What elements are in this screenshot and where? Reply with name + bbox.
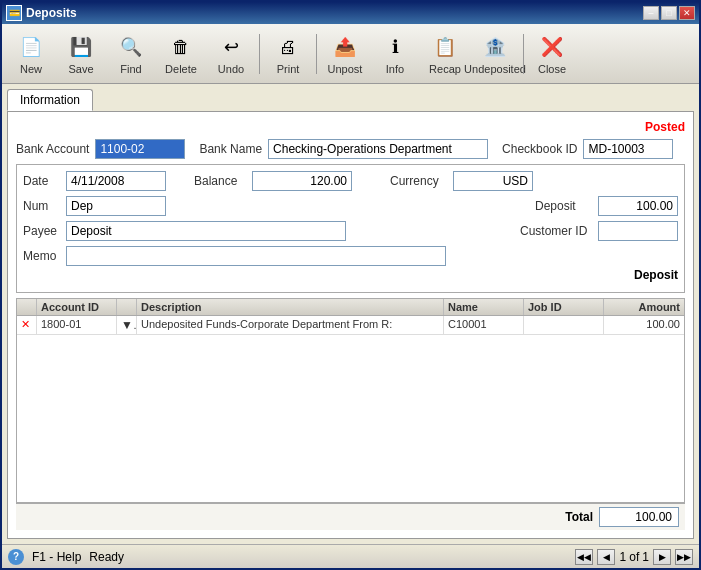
unpost-button[interactable]: 📤 Unpost bbox=[321, 28, 369, 80]
col-header-amount: Amount bbox=[604, 299, 684, 315]
separator-3 bbox=[523, 34, 524, 74]
row-delete[interactable]: ✕ bbox=[17, 316, 37, 334]
unpost-label: Unpost bbox=[328, 63, 363, 75]
find-label: Find bbox=[120, 63, 141, 75]
table-area: Account ID Description Name Job ID Amoun… bbox=[16, 298, 685, 503]
tab-information[interactable]: Information bbox=[7, 89, 93, 111]
balance-input bbox=[252, 171, 352, 191]
bank-name-label: Bank Name bbox=[199, 142, 262, 156]
section-box: Date Balance Currency Num Deposit Payee bbox=[16, 164, 685, 293]
help-text: F1 - Help bbox=[32, 550, 81, 564]
print-icon: 🖨 bbox=[273, 32, 303, 62]
page-info: 1 of 1 bbox=[619, 550, 649, 564]
separator-2 bbox=[316, 34, 317, 74]
undo-icon: ↩ bbox=[216, 32, 246, 62]
status-bar: ? F1 - Help Ready ◀◀ ◀ 1 of 1 ▶ ▶▶ bbox=[2, 544, 699, 568]
undeposited-icon: 🏦 bbox=[480, 32, 510, 62]
undo-button[interactable]: ↩ Undo bbox=[207, 28, 255, 80]
table-header: Account ID Description Name Job ID Amoun… bbox=[17, 299, 684, 316]
col-header-name: Name bbox=[444, 299, 524, 315]
recap-icon: 📋 bbox=[430, 32, 460, 62]
currency-label: Currency bbox=[390, 174, 445, 188]
expand-icon[interactable]: ▼ bbox=[121, 318, 137, 332]
bank-account-input[interactable] bbox=[95, 139, 185, 159]
status-bar-left: ? F1 - Help Ready bbox=[8, 549, 124, 565]
close-icon: ❌ bbox=[537, 32, 567, 62]
deposit-amount-input[interactable] bbox=[598, 196, 678, 216]
help-icon: ? bbox=[8, 549, 24, 565]
undeposited-label: Undeposited bbox=[464, 63, 526, 75]
save-label: Save bbox=[68, 63, 93, 75]
info-label: Info bbox=[386, 63, 404, 75]
window-close-button[interactable]: ✕ bbox=[679, 6, 695, 20]
customer-id-label: Customer ID bbox=[520, 224, 590, 238]
delete-x-icon[interactable]: ✕ bbox=[21, 318, 30, 330]
new-button[interactable]: 📄 New bbox=[7, 28, 55, 80]
info-button[interactable]: ℹ Info bbox=[371, 28, 419, 80]
app-icon: 💳 bbox=[6, 5, 22, 21]
nav-first-button[interactable]: ◀◀ bbox=[575, 549, 593, 565]
tab-area: Information bbox=[2, 84, 699, 111]
save-icon: 💾 bbox=[66, 32, 96, 62]
currency-input[interactable] bbox=[453, 171, 533, 191]
minimize-button[interactable]: – bbox=[643, 6, 659, 20]
page-current: 1 bbox=[619, 550, 626, 564]
balance-label: Balance bbox=[194, 174, 244, 188]
nav-next-button[interactable]: ▶ bbox=[653, 549, 671, 565]
payee-input[interactable] bbox=[66, 221, 346, 241]
save-button[interactable]: 💾 Save bbox=[57, 28, 105, 80]
find-button[interactable]: 🔍 Find bbox=[107, 28, 155, 80]
toolbar: 📄 New 💾 Save 🔍 Find 🗑 Delete ↩ Undo 🖨 Pr… bbox=[2, 24, 699, 84]
payee-label: Payee bbox=[23, 224, 58, 238]
col-header-job-id: Job ID bbox=[524, 299, 604, 315]
delete-button[interactable]: 🗑 Delete bbox=[157, 28, 205, 80]
num-input[interactable] bbox=[66, 196, 166, 216]
recap-label: Recap bbox=[429, 63, 461, 75]
memo-input[interactable] bbox=[66, 246, 446, 266]
recap-button[interactable]: 📋 Recap bbox=[421, 28, 469, 80]
print-label: Print bbox=[277, 63, 300, 75]
unpost-icon: 📤 bbox=[330, 32, 360, 62]
status-posted: Posted bbox=[645, 120, 685, 134]
date-input[interactable] bbox=[66, 171, 166, 191]
nav-area: ◀◀ ◀ 1 of 1 ▶ ▶▶ bbox=[575, 549, 693, 565]
nav-prev-button[interactable]: ◀ bbox=[597, 549, 615, 565]
find-icon: 🔍 bbox=[116, 32, 146, 62]
undeposited-button[interactable]: 🏦 Undeposited bbox=[471, 28, 519, 80]
ready-text: Ready bbox=[89, 550, 124, 564]
close-button[interactable]: ❌ Close bbox=[528, 28, 576, 80]
title-buttons: – □ ✕ bbox=[643, 6, 695, 20]
maximize-button[interactable]: □ bbox=[661, 6, 677, 20]
checkbook-id-label: Checkbook ID bbox=[502, 142, 577, 156]
undo-label: Undo bbox=[218, 63, 244, 75]
col-header-expand bbox=[117, 299, 137, 315]
row-description: Undeposited Funds-Corporate Department F… bbox=[137, 316, 444, 334]
info-icon: ℹ bbox=[380, 32, 410, 62]
memo-label: Memo bbox=[23, 249, 58, 263]
window-title: Deposits bbox=[26, 6, 77, 20]
total-label: Total bbox=[565, 510, 593, 524]
row-name: C10001 bbox=[444, 316, 524, 334]
customer-id-input[interactable] bbox=[598, 221, 678, 241]
row-job-id bbox=[524, 316, 604, 334]
deposit-section-label: Deposit bbox=[634, 268, 678, 282]
col-header-account-id: Account ID bbox=[37, 299, 117, 315]
row-expand[interactable]: ▼ bbox=[117, 316, 137, 334]
checkbook-id-input[interactable] bbox=[583, 139, 673, 159]
title-bar: 💳 Deposits – □ ✕ bbox=[2, 2, 699, 24]
separator-1 bbox=[259, 34, 260, 74]
new-label: New bbox=[20, 63, 42, 75]
nav-last-button[interactable]: ▶▶ bbox=[675, 549, 693, 565]
main-window: 💳 Deposits – □ ✕ 📄 New 💾 Save 🔍 Find 🗑 D… bbox=[0, 0, 701, 570]
bank-name-input[interactable] bbox=[268, 139, 488, 159]
col-header-del bbox=[17, 299, 37, 315]
status-row: Posted bbox=[16, 120, 685, 134]
delete-label: Delete bbox=[165, 63, 197, 75]
print-button[interactable]: 🖨 Print bbox=[264, 28, 312, 80]
content-area: Posted Bank Account Bank Name Checkbook … bbox=[7, 111, 694, 539]
bank-account-label: Bank Account bbox=[16, 142, 89, 156]
title-bar-left: 💳 Deposits bbox=[6, 5, 77, 21]
deposit-section-label-row: Deposit bbox=[23, 268, 678, 282]
row-amount: 100.00 bbox=[604, 316, 684, 334]
date-label: Date bbox=[23, 174, 58, 188]
